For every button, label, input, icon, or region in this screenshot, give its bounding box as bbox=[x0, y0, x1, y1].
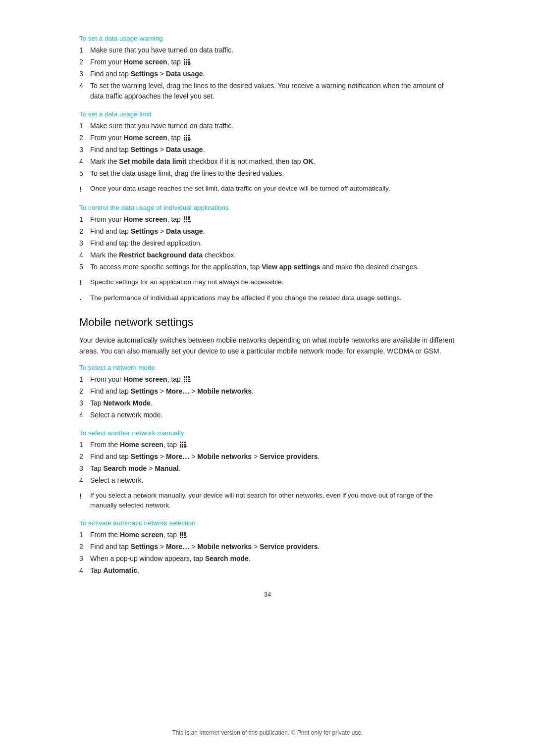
bold-text: Search mode bbox=[103, 464, 147, 472]
step-num: 3 bbox=[79, 554, 90, 564]
bold-text: Home screen bbox=[124, 375, 167, 383]
step-text: Find and tap Settings > Data usage. bbox=[90, 69, 456, 79]
note-block: ! Once your data usage reaches the set l… bbox=[79, 184, 456, 195]
step-text: Find and tap Settings > Data usage. bbox=[90, 226, 456, 237]
grid-icon bbox=[180, 532, 186, 538]
steps-list-individual: 1 From your Home screen, tap . 2 Find an… bbox=[79, 214, 456, 272]
section-mobile-network: Mobile network settings Your device auto… bbox=[79, 316, 456, 576]
bold-text: Service providers bbox=[260, 543, 318, 551]
exclamation-icon: ! bbox=[79, 491, 90, 502]
step-text: From your Home screen, tap . bbox=[90, 57, 456, 67]
step-text: To set the warning level, drag the lines… bbox=[90, 81, 456, 101]
steps-manual-network: 1 From the Home screen, tap . 2 Find and… bbox=[79, 440, 456, 486]
step-item: 4 Select a network mode. bbox=[79, 410, 456, 420]
step-text: From your Home screen, tap . bbox=[90, 374, 456, 385]
section-title-manual-network: To select another network manually bbox=[79, 429, 456, 437]
step-num: 1 bbox=[79, 121, 90, 131]
bold-text: OK bbox=[303, 157, 314, 165]
step-num: 3 bbox=[79, 145, 90, 155]
step-num: 3 bbox=[79, 463, 90, 474]
bold-text: Settings bbox=[131, 453, 158, 460]
step-item: 1 From your Home screen, tap . bbox=[79, 374, 456, 385]
step-num: 4 bbox=[79, 410, 90, 420]
step-item: 4 To set the warning level, drag the lin… bbox=[79, 81, 456, 101]
step-num: 4 bbox=[79, 475, 90, 486]
step-item: 2 Find and tap Settings > More… > Mobile… bbox=[79, 452, 456, 462]
step-text: Find and tap Settings > More… > Mobile n… bbox=[90, 542, 456, 552]
step-num: 1 bbox=[79, 214, 90, 225]
step-num: 4 bbox=[79, 565, 90, 576]
exclamation-icon: ! bbox=[79, 277, 90, 289]
bold-text: Home screen bbox=[124, 58, 167, 66]
section-set-data-usage-warning: To set a data usage warning 1 Make sure … bbox=[79, 35, 456, 101]
step-item: 2 Find and tap Settings > More… > Mobile… bbox=[79, 542, 456, 552]
step-item: 2 From your Home screen, tap . bbox=[79, 133, 456, 143]
bold-text: Data usage bbox=[166, 70, 203, 78]
page-number: 34 bbox=[79, 591, 456, 598]
step-num: 4 bbox=[79, 250, 90, 260]
step-text: Find and tap Settings > More… > Mobile n… bbox=[90, 386, 456, 397]
bold-text: Mobile networks bbox=[197, 453, 252, 460]
step-num: 3 bbox=[79, 398, 90, 408]
step-item: 3 Find and tap Settings > Data usage. bbox=[79, 69, 456, 79]
note-block-individual: ! Specific settings for an application m… bbox=[79, 277, 456, 289]
bold-text: More… bbox=[166, 387, 189, 395]
section-activate-auto-network: To activate automatic network selection … bbox=[79, 519, 456, 576]
tip-text: The performance of individual applicatio… bbox=[90, 293, 456, 303]
step-item: 2 Find and tap Settings > Data usage. bbox=[79, 226, 456, 237]
step-text: From your Home screen, tap . bbox=[90, 214, 456, 225]
section-title-individual: To control the data usage of individual … bbox=[79, 204, 456, 211]
step-item: 3 Tap Search mode > Manual. bbox=[79, 463, 456, 474]
h2-mobile-network: Mobile network settings bbox=[79, 316, 456, 329]
step-num: 2 bbox=[79, 452, 90, 462]
step-text: Find and tap Settings > Data usage. bbox=[90, 145, 456, 155]
bold-text: View app settings bbox=[262, 263, 320, 271]
note-block-manual: ! If you select a network manually, your… bbox=[79, 491, 456, 511]
step-text: From the Home screen, tap . bbox=[90, 440, 456, 450]
step-text: Find and tap the desired application. bbox=[90, 238, 456, 249]
dot-icon: · bbox=[79, 293, 90, 304]
step-item: 3 When a pop-up window appears, tap Sear… bbox=[79, 554, 456, 564]
note-text: Specific settings for an application may… bbox=[90, 277, 456, 287]
steps-network-mode: 1 From your Home screen, tap . 2 Find an… bbox=[79, 374, 456, 420]
bold-text: Settings bbox=[131, 146, 158, 153]
step-item: 3 Find and tap the desired application. bbox=[79, 238, 456, 249]
step-num: 3 bbox=[79, 69, 90, 79]
step-text: From the Home screen, tap . bbox=[90, 530, 456, 540]
bold-text: Data usage bbox=[166, 146, 203, 153]
step-text: To access more specific settings for the… bbox=[90, 262, 456, 272]
step-item: 4 Mark the Set mobile data limit checkbo… bbox=[79, 156, 456, 167]
section-title-network-mode: To select a network mode bbox=[79, 364, 456, 371]
bold-text: Service providers bbox=[260, 453, 318, 460]
step-text: Find and tap Settings > More… > Mobile n… bbox=[90, 452, 456, 462]
step-item: 3 Find and tap Settings > Data usage. bbox=[79, 145, 456, 155]
grid-icon bbox=[184, 216, 190, 222]
bold-text: Mobile networks bbox=[197, 543, 252, 551]
section-set-data-usage-limit: To set a data usage limit 1 Make sure th… bbox=[79, 110, 456, 195]
bold-text: Network Mode bbox=[103, 399, 151, 407]
bold-text: Mobile networks bbox=[197, 387, 252, 395]
steps-auto-network: 1 From the Home screen, tap . 2 Find and… bbox=[79, 530, 456, 576]
section-select-network-mode: To select a network mode 1 From your Hom… bbox=[79, 364, 456, 420]
bold-text: Search mode bbox=[205, 554, 249, 562]
step-item: 1 From the Home screen, tap . bbox=[79, 530, 456, 540]
bold-text: Data usage bbox=[166, 227, 203, 235]
bold-text: Home screen bbox=[124, 134, 167, 142]
tip-block-individual: · The performance of individual applicat… bbox=[79, 293, 456, 304]
bold-text: Settings bbox=[131, 543, 158, 551]
step-text: Select a network. bbox=[90, 475, 456, 486]
section-select-another-network: To select another network manually 1 Fro… bbox=[79, 429, 456, 511]
bold-text: Set mobile data limit bbox=[119, 157, 186, 165]
note-text: Once your data usage reaches the set lim… bbox=[90, 184, 456, 194]
step-text: Tap Automatic. bbox=[90, 565, 456, 576]
step-text: Mark the Set mobile data limit checkbox … bbox=[90, 156, 456, 167]
bold-text: Home screen bbox=[120, 441, 163, 449]
step-item: 1 Make sure that you have turned on data… bbox=[79, 45, 456, 55]
grid-icon bbox=[184, 376, 190, 382]
bold-text: Settings bbox=[131, 387, 158, 395]
step-num: 2 bbox=[79, 57, 90, 67]
step-item: 1 From your Home screen, tap . bbox=[79, 214, 456, 225]
section-title-auto-network: To activate automatic network selection bbox=[79, 519, 456, 527]
exclamation-icon: ! bbox=[79, 184, 90, 195]
section-control-individual: To control the data usage of individual … bbox=[79, 204, 456, 304]
